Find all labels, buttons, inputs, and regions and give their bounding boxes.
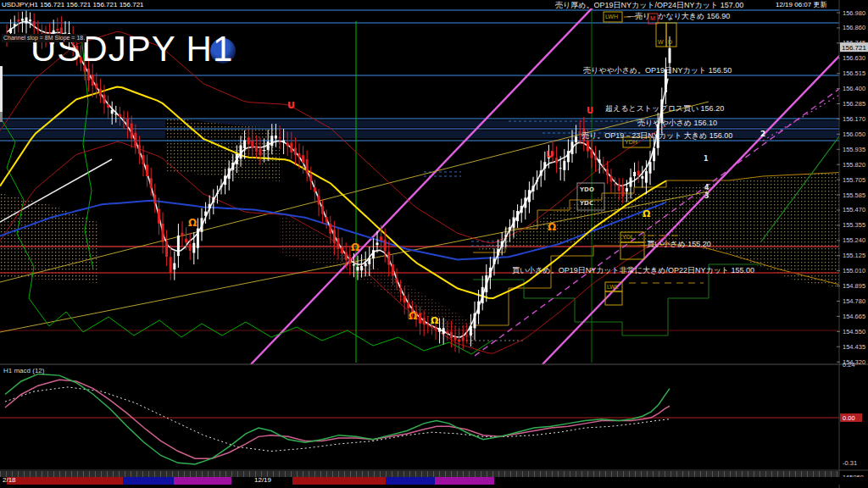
candle-body: [287, 143, 289, 147]
candle-body: [341, 247, 343, 253]
candle-body: [481, 287, 484, 303]
candle-body: [426, 324, 429, 324]
candle-body: [123, 117, 125, 118]
candle-body: [528, 190, 531, 202]
candle-body: [345, 252, 348, 259]
candle-body: [532, 186, 535, 191]
candle-body: [614, 185, 616, 186]
price-tick-label: 156.515: [843, 69, 865, 77]
candle-body: [591, 150, 593, 158]
left-scale-marker-2: [0, 112, 3, 122]
level-box-label: LWH: [605, 14, 618, 19]
price-tick-label: 154.550: [843, 328, 865, 336]
candle-body: [454, 337, 457, 341]
candle-body: [497, 249, 499, 256]
candle-body: [126, 119, 129, 127]
candle-body: [353, 264, 355, 265]
candle-body: [396, 279, 398, 283]
candle-body: [470, 326, 472, 336]
candle-body: [103, 95, 106, 103]
chart-marker: Ω: [548, 221, 556, 233]
candle-body: [216, 193, 219, 194]
candle-body: [348, 258, 351, 263]
candle-body: [575, 136, 577, 142]
order-annotation: ―売り かなり大きめ 156.90: [627, 12, 730, 20]
candle-body: [92, 75, 94, 86]
candle-body: [321, 206, 324, 214]
candle-body: [559, 168, 562, 169]
candle-body: [173, 263, 175, 270]
level-box-label: LWL: [607, 284, 619, 290]
candle-body: [95, 84, 97, 89]
candle-body: [536, 180, 538, 181]
candle-body: [571, 141, 574, 154]
level-box-label: YDL: [622, 234, 634, 240]
session-segment: [7, 477, 123, 485]
price-tick-label: 156.860: [843, 24, 865, 31]
candle-body: [170, 257, 172, 273]
order-annotation: 売りやや小さめ 156.10: [637, 119, 717, 127]
candle-body: [442, 328, 445, 334]
candle-body: [513, 218, 515, 228]
candle-body: [111, 110, 114, 114]
order-annotation: 買い小さめ。OP19日NYカット非常に大きめ/OP22日NYカット 155.00: [512, 266, 754, 274]
price-tick-label: 156.980: [843, 9, 865, 17]
candle-body: [107, 105, 109, 108]
candle-body: [357, 267, 359, 270]
candle-body: [509, 227, 511, 230]
candle-body: [485, 275, 487, 292]
candle-body: [587, 141, 589, 152]
candle-body: [220, 186, 223, 187]
candle-body: [259, 148, 262, 155]
price-tick-label: 155.820: [843, 161, 865, 169]
candle-body: [236, 154, 238, 164]
time-axis-strip[interactable]: [0, 471, 839, 477]
date-label: 2/18: [3, 476, 16, 485]
price-tick-label: 154.895: [843, 282, 865, 290]
candle-body: [165, 241, 168, 257]
macd-zero-value: 0.00: [843, 414, 855, 422]
session-segment: [292, 477, 386, 485]
chart-marker: YDC: [579, 200, 593, 207]
candle-body: [384, 240, 387, 252]
candle-body: [29, 19, 31, 21]
candle-body: [364, 263, 367, 267]
candle-body: [610, 176, 613, 181]
candle-body: [458, 340, 460, 342]
price-tick-label: 155.240: [843, 236, 865, 244]
candle-body: [314, 187, 316, 191]
candle-body: [87, 69, 90, 80]
candle-body: [337, 238, 340, 249]
chart-canvas[interactable]: LWHMWDYDHYDLLWL2143YDOYDCUUUΩΩΩΩΩΩ156.98…: [0, 0, 868, 488]
sub-axis-label: -0.31: [843, 459, 857, 467]
level-box-label: D: [668, 39, 672, 45]
candle-body: [150, 178, 153, 188]
candle-body: [653, 148, 655, 161]
candle-body: [368, 258, 370, 264]
candle-body: [162, 224, 164, 242]
candle-body: [598, 159, 601, 163]
candle-body: [594, 156, 597, 160]
price-tick-label: 155.585: [843, 191, 865, 199]
candle-body: [142, 155, 145, 164]
candle-body: [669, 48, 671, 64]
candle-body: [380, 236, 382, 241]
candle-body: [419, 313, 421, 323]
chart-marker: 3: [704, 192, 709, 200]
candle-body: [302, 155, 304, 163]
candle-body: [197, 229, 199, 248]
chart-marker: Ω: [409, 310, 417, 322]
candle-body: [649, 162, 652, 174]
candle-body: [212, 197, 214, 202]
candle-body: [201, 218, 203, 231]
candle-body: [462, 337, 465, 341]
candle-body: [294, 147, 297, 155]
chart-marker: 4: [704, 184, 709, 191]
candle-body: [181, 233, 184, 236]
candle-body: [618, 185, 620, 191]
candle-body: [177, 236, 180, 256]
price-tick-label: 154.665: [843, 313, 865, 320]
candle-body: [131, 124, 133, 139]
chart-marker: Ω: [431, 315, 439, 326]
candle-body: [21, 19, 24, 20]
